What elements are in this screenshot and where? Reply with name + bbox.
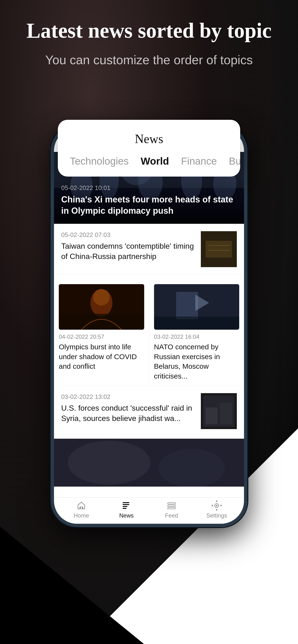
svg-rect-23 — [220, 403, 232, 424]
article-list-item-2[interactable]: 05-02-2022 07:03 Taiwan condemns 'contem… — [54, 224, 244, 274]
svg-rect-32 — [123, 508, 126, 509]
hero-section: Latest news sorted by topic You can cust… — [0, 19, 298, 68]
article-3-image — [59, 284, 144, 330]
article-4-image — [154, 284, 239, 330]
nav-settings[interactable]: Settings — [194, 500, 239, 519]
svg-rect-9 — [206, 241, 232, 258]
article-5-text: 03-02-2022 13:02 U.S. forces conduct 'su… — [61, 393, 196, 424]
article-featured-overlay: 05-02-2022 10:01 China's Xi meets four m… — [54, 177, 244, 224]
svg-rect-17 — [176, 292, 198, 319]
article-2-text: 05-02-2022 07:03 Taiwan condemns 'contem… — [61, 231, 196, 262]
phone-wrapper: News Technologies World Finance Business… — [51, 124, 247, 527]
nav-home[interactable]: Home — [59, 500, 104, 519]
svg-rect-19 — [154, 316, 239, 330]
svg-rect-22 — [206, 408, 218, 424]
nav-news-label: News — [119, 512, 134, 519]
article-5-date: 03-02-2022 13:02 — [61, 393, 196, 400]
tab-world[interactable]: World — [140, 156, 169, 167]
article-4-title: NATO concerned by Russian exercises in B… — [154, 342, 239, 381]
hero-title: Latest news sorted by topic — [19, 19, 279, 42]
svg-point-41 — [220, 505, 222, 506]
article-small-3[interactable]: 04-02-2022 20:57 Olympics burst into lif… — [54, 279, 149, 386]
svg-point-37 — [216, 505, 217, 506]
svg-rect-31 — [123, 506, 127, 507]
article-2-title: Taiwan condemns 'contemptible' timing of… — [61, 241, 196, 262]
article-5-title: U.S. forces conduct 'successful' raid in… — [61, 403, 196, 424]
svg-point-39 — [216, 509, 217, 510]
phone-mute-button — [51, 176, 53, 198]
article-list-item-5[interactable]: 03-02-2022 13:02 U.S. forces conduct 'su… — [54, 386, 244, 436]
bottom-article-image[interactable] — [54, 439, 244, 486]
articles-two-col: 04-02-2022 20:57 Olympics burst into lif… — [54, 274, 244, 386]
tab-finance[interactable]: Finance — [181, 156, 217, 167]
article-4-date: 03-02-2022 16:04 — [154, 334, 239, 340]
feed-icon — [166, 500, 177, 511]
card-title: News — [58, 132, 240, 146]
svg-rect-35 — [168, 508, 175, 509]
article-2-thumbnail — [201, 231, 237, 267]
svg-rect-30 — [123, 504, 129, 505]
tab-technologies[interactable]: Technologies — [70, 156, 129, 167]
phone-volume-down-button — [51, 245, 53, 279]
news-icon — [121, 500, 132, 511]
nav-feed[interactable]: Feed — [149, 500, 194, 519]
tab-business[interactable]: Business — [229, 156, 240, 167]
svg-rect-33 — [168, 503, 175, 504]
news-list: 05-02-2022 10:01 China's Xi meets four m… — [54, 152, 244, 486]
article-3-date: 04-02-2022 20:57 — [59, 334, 144, 340]
svg-rect-34 — [168, 505, 175, 506]
article-1-title: China's Xi meets four more heads of stat… — [61, 194, 237, 216]
home-indicator — [127, 526, 171, 527]
svg-rect-14 — [59, 314, 144, 330]
svg-rect-27 — [54, 439, 244, 486]
nav-news[interactable]: News — [104, 500, 149, 519]
phone-power-button — [245, 195, 247, 233]
article-2-date: 05-02-2022 07:03 — [61, 231, 196, 238]
svg-point-40 — [212, 505, 213, 506]
phone-shell: 22:20 4G — [51, 124, 247, 527]
article-small-4[interactable]: 03-02-2022 16:04 NATO concerned by Russi… — [149, 279, 244, 386]
nav-feed-label: Feed — [165, 512, 178, 519]
phone-volume-up-button — [51, 204, 53, 238]
bottom-navigation: Home News Feed — [54, 498, 244, 524]
settings-icon — [211, 500, 222, 511]
phone-content: 05-02-2022 10:01 China's Xi meets four m… — [54, 152, 244, 498]
svg-point-38 — [216, 500, 217, 502]
floating-category-card: News Technologies World Finance Business… — [58, 120, 240, 176]
article-1-date: 05-02-2022 10:01 — [61, 184, 237, 192]
svg-rect-29 — [123, 502, 129, 503]
category-tabs-row: Technologies World Finance Business S... — [58, 156, 240, 167]
hero-subtitle: You can customize the order of topics — [19, 52, 279, 68]
nav-home-label: Home — [74, 512, 89, 519]
nav-settings-label: Settings — [206, 512, 227, 519]
home-icon — [76, 500, 87, 511]
article-3-title: Olympics burst into life under shadow of… — [59, 342, 144, 371]
svg-point-15 — [93, 289, 110, 306]
article-5-thumbnail — [201, 393, 237, 429]
